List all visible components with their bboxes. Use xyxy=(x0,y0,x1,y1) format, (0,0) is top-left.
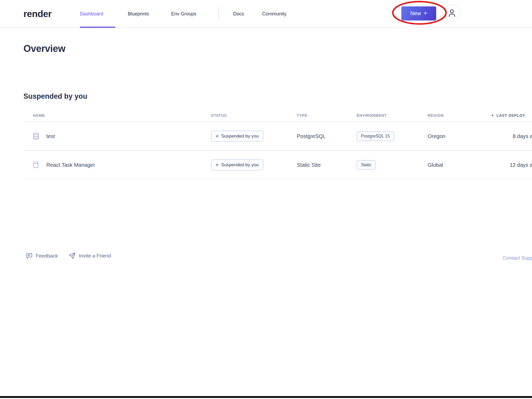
plus-icon: + xyxy=(424,10,427,17)
table-row[interactable]: React Task Manager Suspended by you Stat… xyxy=(23,151,532,180)
contact-support-link[interactable]: Contact Support xyxy=(502,255,532,261)
top-nav: render Dashboard Blueprints Env Groups D… xyxy=(0,0,532,28)
column-header-environment: ENVIRONMENT xyxy=(357,113,387,118)
column-header-region: REGION xyxy=(428,113,444,118)
service-region: Oregon xyxy=(428,133,446,139)
speech-bubble-icon xyxy=(26,252,33,260)
nav-item-dashboard[interactable]: Dashboard xyxy=(80,11,103,16)
services-table: NAME STATUS TYPE ENVIRONMENT REGION ▼LAS… xyxy=(23,112,532,180)
status-badge: Suspended by you xyxy=(211,159,263,171)
service-name-link[interactable]: React Task Manager xyxy=(46,162,95,168)
service-type: PostgreSQL xyxy=(297,133,326,139)
nav-item-community[interactable]: Community xyxy=(262,11,286,16)
table-row[interactable]: test Suspended by you PostgreSQL Postgre… xyxy=(23,122,532,151)
last-deploy-value: 12 days ago xyxy=(465,162,532,168)
user-avatar-icon xyxy=(447,8,457,18)
user-avatar[interactable] xyxy=(443,5,460,22)
service-name-link[interactable]: test xyxy=(46,133,55,139)
render-logo: render xyxy=(23,9,52,19)
paper-plane-icon xyxy=(68,252,76,260)
invite-friend-link[interactable]: Invite a Friend xyxy=(68,252,111,260)
database-icon xyxy=(32,132,40,140)
column-header-type: TYPE xyxy=(297,113,307,118)
nav-item-blueprints[interactable]: Blueprints xyxy=(128,11,149,16)
section-title: Suspended by you xyxy=(23,92,87,101)
page-title: Overview xyxy=(23,43,65,54)
service-region: Global xyxy=(428,162,443,168)
footer-links: Feedback Invite a Friend xyxy=(26,252,111,260)
render-dashboard-page: render Dashboard Blueprints Env Groups D… xyxy=(0,0,532,399)
table-header-row: NAME STATUS TYPE ENVIRONMENT REGION ▼LAS… xyxy=(23,112,532,122)
static-site-icon xyxy=(32,161,39,169)
nav-divider xyxy=(218,7,219,20)
nav-item-env-groups[interactable]: Env Groups xyxy=(171,11,196,16)
status-badge: Suspended by you xyxy=(211,131,263,142)
status-dot-icon xyxy=(216,135,218,138)
column-header-name: NAME xyxy=(33,113,45,118)
column-header-status: STATUS xyxy=(211,113,227,118)
environment-badge: Static xyxy=(357,160,376,170)
bottom-window-edge xyxy=(0,396,532,398)
new-button-label: New xyxy=(410,10,421,16)
new-button[interactable]: New + xyxy=(401,6,436,20)
active-tab-underline xyxy=(80,27,115,28)
service-type: Static Site xyxy=(297,162,321,168)
sort-desc-icon: ▼ xyxy=(491,114,494,117)
last-deploy-value: 8 days ago xyxy=(465,133,532,139)
nav-item-docs[interactable]: Docs xyxy=(233,11,244,16)
feedback-link[interactable]: Feedback xyxy=(26,252,58,260)
column-header-last-deploy[interactable]: ▼LAST DEPLOY xyxy=(491,113,525,118)
status-dot-icon xyxy=(216,164,218,166)
environment-badge: PostgreSQL 15 xyxy=(357,131,394,141)
